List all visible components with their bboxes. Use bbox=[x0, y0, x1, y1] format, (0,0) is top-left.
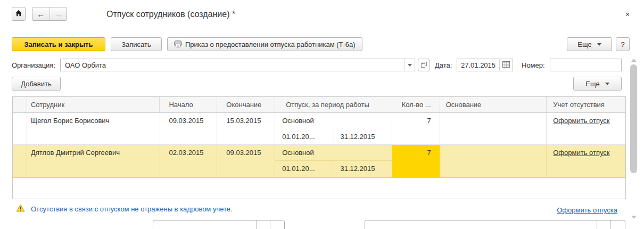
cell-employee[interactable]: Щегол Борис Борисович bbox=[27, 113, 160, 144]
print-order-button[interactable]: Приказ о предоставлении отпуска работник… bbox=[167, 37, 362, 51]
cell-basis[interactable] bbox=[440, 145, 547, 177]
printer-icon bbox=[174, 40, 182, 49]
field-button-divider bbox=[256, 220, 257, 229]
close-icon[interactable]: × bbox=[622, 9, 633, 20]
field-button-divider bbox=[270, 220, 270, 229]
page-title: Отпуск сотрудников (создание) * bbox=[106, 10, 235, 19]
register-vacation-link[interactable]: Оформить отпуск bbox=[553, 113, 609, 129]
cell-rownum[interactable] bbox=[13, 113, 27, 144]
organization-open-button[interactable] bbox=[418, 59, 430, 71]
organization-dropdown-button[interactable] bbox=[404, 59, 415, 71]
cell-end[interactable]: 09.03.2015 bbox=[217, 145, 275, 177]
forward-button[interactable]: → bbox=[50, 7, 67, 20]
cell-absence-action: Оформить отпуск bbox=[547, 145, 625, 177]
forward-arrow-icon: → bbox=[54, 10, 62, 19]
header-days-count[interactable]: Кол-во ... bbox=[392, 97, 440, 112]
cell-vacation-period[interactable]: Основной 01.01.20... 31.12.2015 bbox=[275, 145, 392, 177]
chevron-down-icon bbox=[605, 83, 609, 85]
chevron-down-icon bbox=[597, 43, 601, 46]
cell-days-focused[interactable]: 7 bbox=[392, 145, 440, 177]
number-field[interactable] bbox=[550, 59, 622, 71]
add-row-button[interactable]: Добавить bbox=[12, 77, 61, 91]
date-field[interactable]: 27.01.2015 bbox=[457, 59, 513, 71]
scrollbar-down-icon[interactable] bbox=[631, 216, 637, 219]
organization-field[interactable]: ОАО Орбита bbox=[60, 59, 415, 71]
open-link-icon bbox=[421, 61, 427, 69]
field-button-divider bbox=[610, 220, 611, 229]
more-button-list[interactable]: Еще bbox=[573, 77, 622, 91]
warning-text: Отсутствия в связи с отпуском не отражен… bbox=[31, 205, 233, 213]
period-end[interactable]: 31.12.2015 bbox=[333, 129, 391, 144]
bottom-field-left[interactable] bbox=[153, 220, 285, 229]
organization-label: Организация: bbox=[12, 61, 55, 69]
warning-icon bbox=[16, 204, 25, 214]
cell-start[interactable]: 09.03.2015 bbox=[160, 113, 218, 144]
header-start[interactable]: Начало bbox=[160, 97, 217, 112]
organization-value: ОАО Орбита bbox=[61, 61, 404, 69]
header-end[interactable]: Окончание bbox=[217, 97, 275, 112]
back-button[interactable]: ← bbox=[32, 7, 50, 20]
cell-vacation-period[interactable]: Основной 01.01.20... 31.12.2015 bbox=[275, 113, 392, 144]
header-rownum[interactable] bbox=[13, 97, 27, 112]
more-button-toolbar[interactable]: Еще bbox=[567, 37, 612, 51]
header-employee[interactable]: Сотрудник bbox=[27, 97, 160, 112]
scrollbar-up-icon[interactable] bbox=[631, 59, 637, 62]
help-button[interactable]: ? bbox=[616, 37, 630, 51]
history-nav: ← → bbox=[32, 7, 67, 21]
cell-basis[interactable] bbox=[440, 113, 547, 144]
back-arrow-icon: ← bbox=[37, 10, 45, 19]
period-end[interactable]: 31.12.2015 bbox=[333, 161, 391, 177]
table-row[interactable]: Щегол Борис Борисович 09.03.2015 15.03.2… bbox=[13, 113, 625, 145]
period-start[interactable]: 01.01.20... bbox=[275, 129, 333, 144]
vacation-type[interactable]: Основной bbox=[275, 145, 392, 161]
register-vacation-link[interactable]: Оформить отпуск bbox=[553, 145, 609, 161]
period-start[interactable]: 01.01.20... bbox=[275, 161, 333, 177]
more-label: Еще bbox=[585, 80, 599, 88]
cell-rownum[interactable] bbox=[13, 145, 27, 177]
cell-end[interactable]: 15.03.2015 bbox=[217, 113, 275, 144]
chevron-down-icon bbox=[408, 64, 412, 67]
home-icon bbox=[15, 10, 22, 18]
cell-absence-action: Оформить отпуск bbox=[547, 113, 625, 144]
cell-days[interactable]: 7 bbox=[392, 113, 440, 144]
date-label: Дата: bbox=[435, 61, 452, 69]
warning-row: Отсутствия в связи с отпуском не отражен… bbox=[16, 204, 233, 214]
cell-employee[interactable]: Дятлов Дмитрий Сергеевич bbox=[27, 145, 160, 177]
bottom-field-right[interactable] bbox=[365, 220, 625, 229]
cell-start[interactable]: 02.03.2015 bbox=[160, 145, 218, 177]
save-button[interactable]: Записать bbox=[111, 37, 162, 51]
header-vacation-period[interactable]: Отпуск, за период работы bbox=[275, 97, 392, 112]
employees-table: Сотрудник Начало Окончание Отпуск, за пе… bbox=[12, 96, 626, 199]
register-vacations-link[interactable]: Оформить отпуска bbox=[557, 206, 617, 214]
vacation-type[interactable]: Основной bbox=[275, 113, 392, 129]
print-order-label: Приказ о предоставлении отпуска работник… bbox=[185, 40, 356, 48]
calendar-icon bbox=[502, 61, 510, 69]
scrollbar-thumb[interactable] bbox=[630, 64, 637, 173]
field-button-divider bbox=[597, 220, 597, 229]
table-header-row: Сотрудник Начало Окончание Отпуск, за пе… bbox=[13, 97, 625, 113]
header-absence[interactable]: Учет отсутствия bbox=[547, 97, 625, 112]
date-value: 27.01.2015 bbox=[457, 61, 499, 69]
more-label: Еще bbox=[577, 40, 591, 48]
save-and-close-button[interactable]: Записать и закрыть bbox=[12, 37, 105, 51]
home-button[interactable] bbox=[12, 7, 26, 21]
number-label: Номер: bbox=[522, 61, 545, 69]
calendar-button[interactable] bbox=[499, 59, 513, 71]
table-row-selected[interactable]: Дятлов Дмитрий Сергеевич 02.03.2015 09.0… bbox=[13, 145, 625, 178]
vacation-document-window: ← → Отпуск сотрудников (создание) * × За… bbox=[0, 0, 644, 229]
header-basis[interactable]: Основание bbox=[440, 97, 547, 112]
